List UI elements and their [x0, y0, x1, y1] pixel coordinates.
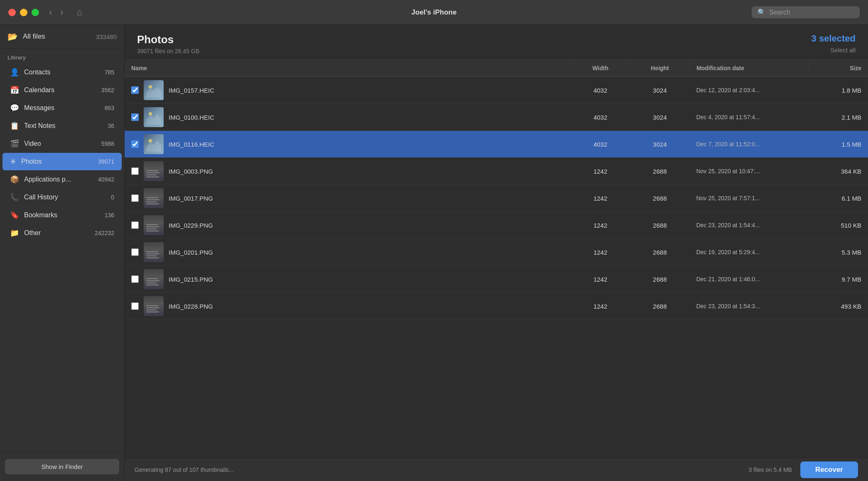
- sidebar-item-contacts[interactable]: 👤 Contacts 785: [2, 64, 122, 81]
- file-height: 2688: [630, 293, 689, 320]
- sidebar-label-other: Other: [24, 229, 90, 237]
- traffic-lights: [8, 9, 39, 16]
- file-name-label: IMG_0228.PNG: [169, 303, 213, 310]
- file-table-body: IMG_0157.HEIC40323024Dec 12, 2020 at 2:0…: [125, 77, 868, 320]
- main-layout: 📂 All files 333480 Library 👤 Contacts 78…: [0, 25, 868, 481]
- file-date: Dec 4, 2020 at 11:57:4...: [689, 104, 808, 131]
- sidebar-item-photos[interactable]: ✳ Photos 39071: [2, 153, 122, 170]
- sidebar-item-bookmarks[interactable]: 🔖 Bookmarks 136: [2, 206, 122, 224]
- sidebar-item-textnotes[interactable]: 📋 Text Notes 36: [2, 117, 122, 135]
- row-checkbox[interactable]: [131, 167, 139, 175]
- file-thumbnail: [144, 134, 164, 154]
- file-name-label: IMG_0116.HEIC: [169, 141, 214, 148]
- svg-point-2: [149, 85, 152, 88]
- file-size: 9.7 MB: [809, 266, 868, 293]
- file-width: 1242: [571, 239, 630, 266]
- status-bar: Generating 87 out of 107 thumbnails... 3…: [125, 458, 868, 481]
- file-name-label: IMG_0003.PNG: [169, 168, 213, 175]
- file-size: 5.3 MB: [809, 239, 868, 266]
- table-row[interactable]: IMG_0229.PNG12422688Dec 23, 2020 at 1:54…: [125, 212, 868, 239]
- sidebar-item-callhistory[interactable]: 📞 Call History 0: [2, 189, 122, 206]
- nav-buttons: ‹ › ⌂: [47, 7, 82, 18]
- file-height: 3024: [630, 104, 689, 131]
- sidebar-item-messages[interactable]: 💬 Messages 863: [2, 99, 122, 117]
- col-moddate[interactable]: Modification date: [689, 60, 808, 77]
- table-row[interactable]: IMG_0100.HEIC40323024Dec 4, 2020 at 11:5…: [125, 104, 868, 131]
- col-name[interactable]: Name: [125, 60, 571, 77]
- file-height: 2688: [630, 158, 689, 185]
- file-date: Dec 12, 2020 at 2:03:4...: [689, 77, 808, 104]
- table-row[interactable]: IMG_0116.HEIC40323024Dec 7, 2020 at 11:5…: [125, 131, 868, 158]
- file-date: Dec 7, 2020 at 11:52:0...: [689, 131, 808, 158]
- sidebar-item-allfiles[interactable]: 📂 All files 333480: [0, 25, 124, 49]
- sidebar-icon-messages: 💬: [10, 103, 19, 113]
- col-width[interactable]: Width: [571, 60, 630, 77]
- row-checkbox[interactable]: [131, 221, 139, 229]
- file-thumbnail: [144, 161, 164, 181]
- row-checkbox[interactable]: [131, 113, 139, 121]
- file-name-cell: IMG_0003.PNG: [125, 158, 571, 184]
- table-row[interactable]: IMG_0017.PNG12422688Nov 25, 2020 at 7:57…: [125, 185, 868, 212]
- file-name-cell: IMG_0157.HEIC: [125, 77, 571, 103]
- file-size: 6.1 MB: [809, 185, 868, 212]
- file-width: 4032: [571, 104, 630, 131]
- col-height[interactable]: Height: [630, 60, 689, 77]
- sidebar-item-applications[interactable]: 📦 Applications p... 40942: [2, 171, 122, 188]
- content-title: Photos: [137, 33, 199, 46]
- sidebar: 📂 All files 333480 Library 👤 Contacts 78…: [0, 25, 125, 481]
- sidebar-label-bookmarks: Bookmarks: [24, 211, 100, 219]
- file-width: 4032: [571, 77, 630, 104]
- table-row[interactable]: IMG_0228.PNG12422688Dec 23, 2020 at 1:54…: [125, 293, 868, 320]
- file-size: 510 KB: [809, 212, 868, 239]
- table-row[interactable]: IMG_0157.HEIC40323024Dec 12, 2020 at 2:0…: [125, 77, 868, 104]
- file-name-cell: IMG_0017.PNG: [125, 185, 571, 211]
- select-all-button[interactable]: Select all: [830, 47, 856, 54]
- sidebar-item-video[interactable]: 🎬 Video 5988: [2, 135, 122, 152]
- titlebar: ‹ › ⌂ Joel's iPhone 🔍: [0, 0, 868, 25]
- row-checkbox[interactable]: [131, 194, 139, 202]
- file-date: Dec 21, 2020 at 1:46:0...: [689, 266, 808, 293]
- file-name-cell: IMG_0116.HEIC: [125, 131, 571, 157]
- col-size[interactable]: Size: [809, 60, 868, 77]
- file-height: 2688: [630, 239, 689, 266]
- sidebar-count-photos: 39071: [98, 158, 114, 165]
- file-date: Nov 25, 2020 at 7:57:1...: [689, 185, 808, 212]
- sidebar-items-list: 👤 Contacts 785 📅 Calendars 3562 💬 Messag…: [0, 63, 124, 242]
- sidebar-icon-other: 📁: [10, 228, 19, 238]
- sidebar-label-messages: Messages: [24, 104, 100, 112]
- row-checkbox[interactable]: [131, 275, 139, 283]
- sidebar-icon-applications: 📦: [10, 175, 19, 184]
- row-checkbox[interactable]: [131, 86, 139, 94]
- show-in-finder-button[interactable]: Show in Finder: [5, 459, 119, 474]
- file-table-container[interactable]: Name Width Height Modification date Size…: [125, 60, 868, 458]
- file-height: 3024: [630, 77, 689, 104]
- file-name-cell: IMG_0201.PNG: [125, 239, 571, 265]
- file-name-cell: IMG_0215.PNG: [125, 266, 571, 292]
- close-button[interactable]: [8, 9, 16, 16]
- forward-button[interactable]: ›: [59, 7, 65, 18]
- sidebar-count-callhistory: 0: [111, 194, 114, 201]
- search-bar: 🔍: [752, 6, 860, 18]
- window-title: Joel's iPhone: [412, 8, 457, 17]
- file-name-label: IMG_0157.HEIC: [169, 87, 214, 94]
- row-checkbox[interactable]: [131, 248, 139, 256]
- content-title-block: Photos 39071 files on 26.45 GB: [137, 33, 199, 54]
- sidebar-item-other[interactable]: 📁 Other 242232: [2, 224, 122, 242]
- sidebar-count-calendars: 3562: [101, 87, 114, 93]
- recover-button[interactable]: Recover: [800, 461, 858, 478]
- sidebar-count-bookmarks: 136: [105, 212, 114, 218]
- table-row[interactable]: IMG_0003.PNG12422688Nov 25, 2020 at 10:4…: [125, 158, 868, 185]
- minimize-button[interactable]: [20, 9, 27, 16]
- file-name-cell: IMG_0229.PNG: [125, 212, 571, 238]
- home-button[interactable]: ⌂: [77, 7, 82, 18]
- row-checkbox[interactable]: [131, 140, 139, 148]
- maximize-button[interactable]: [32, 9, 39, 16]
- table-row[interactable]: IMG_0201.PNG12422688Dec 19, 2020 at 5:29…: [125, 239, 868, 266]
- row-checkbox[interactable]: [131, 302, 139, 310]
- svg-marker-1: [146, 87, 161, 98]
- back-button[interactable]: ‹: [47, 7, 54, 18]
- sidebar-label-contacts: Contacts: [24, 69, 100, 76]
- sidebar-item-calendars[interactable]: 📅 Calendars 3562: [2, 81, 122, 99]
- search-input[interactable]: [769, 9, 844, 16]
- table-row[interactable]: IMG_0215.PNG12422688Dec 21, 2020 at 1:46…: [125, 266, 868, 293]
